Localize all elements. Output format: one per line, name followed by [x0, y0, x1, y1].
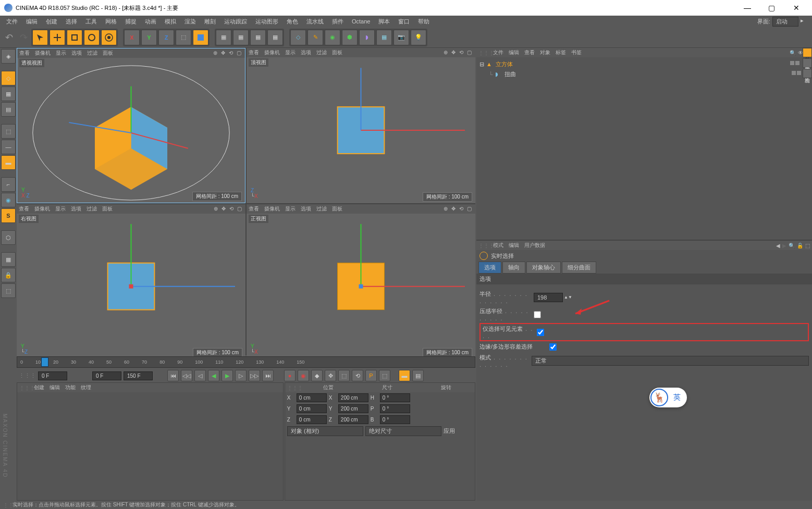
search-icon[interactable]: 🔍 — [790, 50, 796, 56]
grip-icon[interactable]: ⋮⋮⋮ — [287, 385, 297, 391]
obj-view[interactable]: 查看 — [524, 49, 535, 56]
expand-icon[interactable]: ⊟ — [479, 61, 484, 68]
record-button[interactable]: ● — [284, 370, 296, 381]
vp-view[interactable]: 查看 — [19, 205, 29, 213]
axis-mode[interactable]: ⌐ — [1, 177, 16, 192]
sidetab-2[interactable]: 内容浏览器 — [803, 58, 812, 68]
lock-icon[interactable]: 🔓 — [797, 243, 803, 249]
frame-end[interactable]: 150 F — [124, 371, 153, 380]
autokey-button[interactable]: ◉ — [298, 370, 309, 381]
vp-panel[interactable]: 面板 — [332, 49, 342, 56]
obj-objects[interactable]: 对象 — [540, 49, 550, 56]
vp-panel[interactable]: 面板 — [332, 205, 342, 213]
tab-sds[interactable]: 细分曲面 — [562, 262, 596, 274]
key-scale[interactable]: ⬚ — [338, 370, 350, 381]
vp-nav-icon[interactable]: ⟲ — [229, 50, 235, 56]
visibility-dot[interactable] — [797, 71, 801, 75]
vp-nav-icon[interactable]: ✥ — [222, 206, 228, 212]
pos-y[interactable]: 0 cm — [297, 404, 327, 413]
vp-options[interactable]: 选项 — [71, 205, 81, 213]
scale-tool[interactable] — [67, 30, 82, 45]
select-tool[interactable] — [32, 30, 48, 45]
size-z[interactable]: 200 cm — [338, 415, 368, 424]
menu-mograph[interactable]: 运动图形 — [252, 17, 281, 27]
tab-axis[interactable]: 轴向 — [502, 262, 525, 274]
visibility-dot[interactable] — [790, 61, 794, 65]
polygon-mode[interactable]: ▬ — [1, 155, 16, 170]
current-frame[interactable]: 0 F — [92, 371, 121, 380]
grip-icon[interactable]: ⋮⋮⋮ — [3, 502, 13, 508]
menu-character[interactable]: 角色 — [284, 17, 301, 27]
tree-item-cube[interactable]: ⊟ ▲ 立方体 ▦ — [478, 59, 810, 69]
new-window-icon[interactable]: ⬚ — [805, 243, 810, 249]
ime-widget[interactable]: 🦌 英 — [649, 388, 687, 407]
mat-edit[interactable]: 编辑 — [50, 384, 60, 391]
prev-frame[interactable]: ◁ — [194, 370, 206, 381]
tab-objectaxis[interactable]: 对象轴心 — [526, 262, 561, 274]
vp-options[interactable]: 选项 — [71, 49, 82, 57]
mat-function[interactable]: 功能 — [65, 384, 76, 391]
next-key[interactable]: ▷▷ — [249, 370, 260, 381]
vp-nav-icon[interactable]: ⊕ — [444, 49, 450, 56]
obj-file[interactable]: 文件 — [493, 49, 503, 56]
point-mode[interactable]: ⬚ — [1, 124, 16, 139]
sidetab-1[interactable]: 对象 — [803, 48, 812, 57]
sidetab-3[interactable]: 构造 — [803, 69, 812, 78]
radius-field[interactable]: 198 — [534, 293, 563, 302]
vp-display[interactable]: 显示 — [56, 49, 66, 57]
attr-edit[interactable]: 编辑 — [509, 242, 519, 249]
menu-render[interactable]: 渲染 — [181, 17, 199, 27]
fcurve-window[interactable]: ▤ — [412, 370, 424, 381]
environment-icon[interactable]: ▦ — [376, 30, 392, 45]
vp-options[interactable]: 选项 — [301, 205, 311, 213]
redo-button[interactable]: ↷ — [17, 31, 30, 44]
maximize-button[interactable]: ▢ — [760, 4, 783, 12]
primitive-cube-icon[interactable]: ◇ — [290, 30, 306, 45]
vp-nav-icon[interactable]: ⟲ — [459, 206, 465, 212]
key-param[interactable]: P — [365, 370, 377, 381]
grip-icon[interactable]: ⋮⋮⋮ — [478, 243, 488, 249]
vp-camera[interactable]: 摄像机 — [34, 205, 50, 213]
vp-filter[interactable]: 过滤 — [316, 49, 327, 56]
vp-nav-icon[interactable]: ▢ — [237, 206, 243, 212]
coord-system-button[interactable]: ⬚ — [176, 30, 191, 45]
timeline-window[interactable]: ▬ — [399, 370, 410, 381]
prev-key[interactable]: ◁◁ — [181, 370, 192, 381]
render-region-button[interactable]: ▦ — [233, 30, 249, 45]
vp-display[interactable]: 显示 — [285, 205, 296, 213]
workplane-mode[interactable]: ▤ — [1, 102, 16, 117]
key-pla[interactable]: ⬚ — [379, 370, 390, 381]
viewport-solo[interactable]: S — [1, 208, 16, 223]
grip-icon[interactable]: ⋮⋮⋮ — [19, 373, 36, 379]
goto-end[interactable]: ⏭ — [262, 370, 274, 381]
generator-icon[interactable]: ⬢ — [342, 30, 358, 45]
snap-button[interactable]: ⬡ — [1, 230, 16, 245]
menu-file[interactable]: 文件 — [3, 17, 21, 27]
lock-workplane[interactable]: 🔒 — [1, 268, 16, 282]
grip-icon[interactable]: ⋮⋮⋮ — [19, 385, 29, 391]
menu-script[interactable]: 脚本 — [375, 17, 393, 27]
rot-p-val[interactable]: 0 ° — [380, 404, 410, 413]
pressure-checkbox[interactable] — [534, 311, 541, 318]
key-rot[interactable]: ⟲ — [352, 370, 363, 381]
vp-nav-icon[interactable]: ▢ — [467, 49, 473, 56]
menu-select[interactable]: 选择 — [63, 17, 80, 27]
tolerant-checkbox[interactable] — [549, 343, 557, 351]
pos-x[interactable]: 0 cm — [297, 393, 327, 402]
vp-panel[interactable]: 面板 — [103, 49, 113, 57]
vp-view[interactable]: 查看 — [19, 49, 30, 57]
vp-nav-icon[interactable]: ▢ — [237, 50, 243, 56]
texture-mode[interactable]: ▦ — [1, 86, 16, 101]
rot-b-val[interactable]: 0 ° — [380, 415, 410, 424]
light-icon[interactable]: 💡 — [411, 30, 426, 45]
attr-userdata[interactable]: 用户数据 — [524, 242, 545, 249]
mode-dropdown[interactable]: 正常 — [532, 356, 809, 366]
model-mode[interactable]: ◇ — [1, 71, 16, 85]
size-y[interactable]: 200 cm — [338, 404, 368, 413]
viewport-top[interactable]: 查看 摄像机 显示 选项 过滤 面板 ⊕✥⟲▢ 顶视图 Z└X — [247, 48, 475, 203]
timeline-slider[interactable] — [41, 357, 48, 367]
deformer-icon[interactable]: ◗ — [359, 30, 375, 45]
vp-nav-icon[interactable]: ⟲ — [459, 49, 465, 56]
make-editable-button[interactable]: ◈ — [1, 49, 16, 64]
viewport-perspective[interactable]: 查看 摄像机 显示 选项 过滤 面板 ⊕✥⟲▢ 透视视图 — [17, 48, 245, 203]
